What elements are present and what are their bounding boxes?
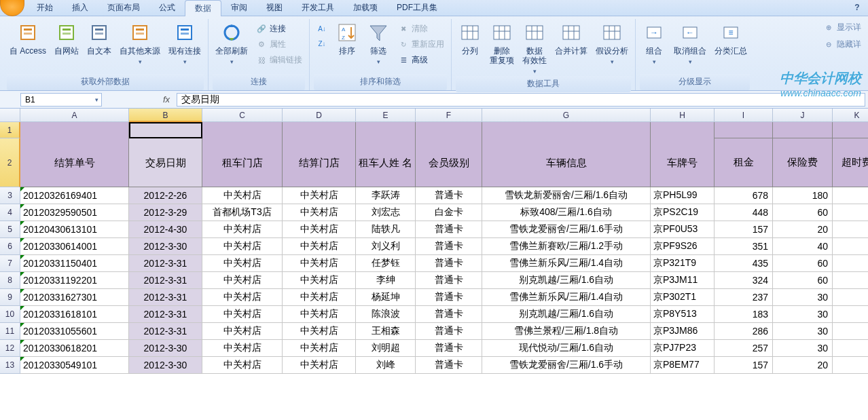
table-cell[interactable]: 20120331618101 xyxy=(20,306,129,323)
table-cell[interactable]: 李跃涛 xyxy=(356,187,416,204)
table-cell[interactable]: 60 xyxy=(773,255,833,272)
table-cell[interactable]: 678 xyxy=(715,187,773,204)
table-cell[interactable]: 首都机场T3店 xyxy=(202,204,283,221)
filter-button[interactable]: 筛选 xyxy=(364,20,393,66)
table-cell[interactable]: 60 xyxy=(773,204,833,221)
table-cell[interactable]: 普通卡 xyxy=(416,187,482,204)
table-cell[interactable]: 0 xyxy=(833,221,868,238)
table-cell[interactable]: 30 xyxy=(773,323,833,340)
ribbon-tab-2[interactable]: 页面布局 xyxy=(98,0,149,16)
table-cell[interactable]: 中关村店 xyxy=(202,323,283,340)
table-cell[interactable]: 286 xyxy=(715,323,773,340)
dt-btn-2[interactable]: 数据有效性 xyxy=(520,20,549,76)
table-cell[interactable]: 20120329590501 xyxy=(20,204,129,221)
header-cell[interactable] xyxy=(416,122,482,138)
table-cell[interactable]: 京P8EM77 xyxy=(651,357,715,374)
table-cell[interactable]: 别克凯越/三厢/1.6自动 xyxy=(482,306,651,323)
table-cell[interactable]: 中关村店 xyxy=(283,306,356,323)
header-cell[interactable] xyxy=(715,122,773,138)
dt-btn-3[interactable]: 合并计算 xyxy=(552,20,590,57)
table-cell[interactable]: 雪佛兰新乐风/三厢/1.4自动 xyxy=(482,255,651,272)
table-cell[interactable]: 标致408/三厢/1.6自动 xyxy=(482,204,651,221)
table-cell[interactable]: 中关村店 xyxy=(283,204,356,221)
table-cell[interactable]: 2012-3-30 xyxy=(129,340,202,357)
table-cell[interactable]: 中关村店 xyxy=(202,357,283,374)
table-cell[interactable]: 180 xyxy=(773,187,833,204)
table-cell[interactable]: 20120330614001 xyxy=(20,238,129,255)
ribbon-tab-8[interactable]: 加载项 xyxy=(344,0,387,16)
table-cell[interactable]: 20120331192201 xyxy=(20,272,129,289)
table-cell[interactable]: 20120330549101 xyxy=(20,357,129,374)
table-cell[interactable]: 雪佛兰新乐风/三厢/1.4自动 xyxy=(482,289,651,306)
help-icon[interactable]: ? xyxy=(852,3,863,14)
row-header-11[interactable]: 11 xyxy=(0,323,20,340)
header-cell[interactable]: 车牌号 xyxy=(651,138,715,187)
table-cell[interactable]: 中关村店 xyxy=(283,340,356,357)
name-box[interactable]: B1 xyxy=(20,93,102,107)
table-cell[interactable]: 中关村店 xyxy=(283,272,356,289)
table-cell[interactable]: 京PF9S26 xyxy=(651,238,715,255)
ext-data-btn-2[interactable]: 自文本 xyxy=(84,20,114,57)
sort-asc-button[interactable]: A↓ xyxy=(314,22,330,35)
sf-small-2[interactable]: ☰高级 xyxy=(395,53,447,67)
table-cell[interactable]: 李绅 xyxy=(356,272,416,289)
table-cell[interactable]: 30 xyxy=(773,289,833,306)
table-cell[interactable]: 别克凯越/三厢/1.6自动 xyxy=(482,272,651,289)
row-header-3[interactable]: 3 xyxy=(0,187,20,204)
row-header-12[interactable]: 12 xyxy=(0,340,20,357)
table-cell[interactable]: 257 xyxy=(715,340,773,357)
table-cell[interactable]: 0 xyxy=(833,340,868,357)
table-cell[interactable]: 雪铁龙爱丽舍/三厢/1.6手动 xyxy=(482,357,651,374)
header-cell[interactable] xyxy=(283,122,356,138)
col-header-G[interactable]: G xyxy=(482,109,651,122)
sort-desc-button[interactable]: Z↓ xyxy=(314,37,330,50)
table-cell[interactable]: 京P302T1 xyxy=(651,289,715,306)
col-header-A[interactable]: A xyxy=(20,109,129,122)
row-header-10[interactable]: 10 xyxy=(0,306,20,323)
table-cell[interactable]: 中关村店 xyxy=(283,221,356,238)
table-cell[interactable]: 中关村店 xyxy=(202,187,283,204)
table-cell[interactable]: 中关村店 xyxy=(202,255,283,272)
table-cell[interactable]: 普通卡 xyxy=(416,272,482,289)
table-cell[interactable]: 20120326169401 xyxy=(20,187,129,204)
col-header-E[interactable]: E xyxy=(356,109,416,122)
table-cell[interactable]: 0 xyxy=(833,255,868,272)
table-cell[interactable]: 20 xyxy=(773,357,833,374)
ribbon-tab-1[interactable]: 插入 xyxy=(62,0,98,16)
row-header-2[interactable]: 2 xyxy=(0,138,20,187)
table-cell[interactable]: 京PF0U53 xyxy=(651,221,715,238)
table-cell[interactable]: 京P321T9 xyxy=(651,255,715,272)
header-cell[interactable]: 租车门店 xyxy=(202,138,283,187)
table-cell[interactable]: 雪铁龙爱丽舍/三厢/1.6手动 xyxy=(482,221,651,238)
conn-small-0[interactable]: 🔗连接 xyxy=(253,22,305,36)
table-cell[interactable]: 2012-3-31 xyxy=(129,255,202,272)
header-cell[interactable]: 结算单号 xyxy=(20,138,129,187)
table-cell[interactable]: 0 xyxy=(833,238,868,255)
col-header-F[interactable]: F xyxy=(416,109,482,122)
table-cell[interactable]: 普通卡 xyxy=(416,340,482,357)
dt-btn-1[interactable]: 删除重复项 xyxy=(487,20,517,66)
table-cell[interactable]: 中关村店 xyxy=(283,238,356,255)
row-header-8[interactable]: 8 xyxy=(0,272,20,289)
table-cell[interactable]: 0 xyxy=(833,204,868,221)
table-cell[interactable]: 20 xyxy=(773,221,833,238)
header-cell[interactable]: 会员级别 xyxy=(416,138,482,187)
col-header-H[interactable]: H xyxy=(651,109,715,122)
table-cell[interactable]: 351 xyxy=(715,238,773,255)
table-cell[interactable]: 中关村店 xyxy=(283,323,356,340)
ribbon-tab-5[interactable]: 审阅 xyxy=(221,0,257,16)
sf-small-1[interactable]: ↻重新应用 xyxy=(395,37,447,52)
header-cell[interactable] xyxy=(356,122,416,138)
table-cell[interactable]: 普通卡 xyxy=(416,289,482,306)
table-cell[interactable]: 普通卡 xyxy=(416,238,482,255)
header-cell[interactable] xyxy=(482,122,651,138)
table-cell[interactable]: 中关村店 xyxy=(202,340,283,357)
row-header-13[interactable]: 13 xyxy=(0,357,20,374)
table-cell[interactable]: 京P3JM11 xyxy=(651,272,715,289)
table-cell[interactable]: 中关村店 xyxy=(202,238,283,255)
table-cell[interactable]: 中关村店 xyxy=(283,357,356,374)
ribbon-tab-6[interactable]: 视图 xyxy=(257,0,292,16)
table-cell[interactable]: 普通卡 xyxy=(416,357,482,374)
header-cell[interactable]: 车辆信息 xyxy=(482,138,651,187)
table-cell[interactable]: 现代悦动/三厢/1.6自动 xyxy=(482,340,651,357)
